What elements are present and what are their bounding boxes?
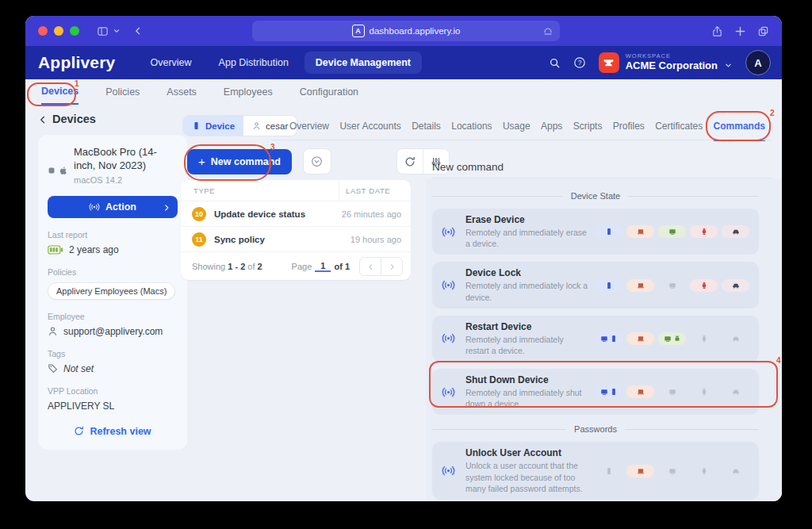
segment-user-label: cesar [266, 121, 288, 131]
minimize-window-button[interactable] [54, 26, 63, 36]
car-icon [732, 228, 740, 236]
employee-label: Employee [48, 312, 178, 321]
showing-range: 1 - 2 [228, 262, 245, 271]
workspace-logo-icon [599, 52, 619, 73]
platform-laptop-badge [626, 332, 654, 345]
platform-car-badge [722, 225, 749, 238]
chevron-down-icon [724, 59, 733, 67]
subnav-item-employees[interactable]: Employees [224, 80, 273, 104]
phone-icon [610, 388, 618, 396]
tab-scripts[interactable]: Scripts [573, 114, 603, 141]
tab-certificates[interactable]: Certificates [655, 114, 703, 141]
segment-device[interactable]: Device [183, 116, 243, 136]
pagination [359, 257, 403, 276]
employee-value[interactable]: support@applivery.com [63, 326, 163, 337]
annotation-number: 1 [75, 79, 79, 88]
tab-overview-icon[interactable] [757, 25, 769, 37]
subnav-item-policies[interactable]: Policies [105, 80, 140, 104]
refresh-view-label: Refresh view [90, 426, 151, 437]
nav-item-app-distribution[interactable]: App Distribution [208, 52, 300, 74]
command-unlock-user-account[interactable]: Unlock User Account Unlock a user accoun… [432, 442, 759, 500]
address-bar[interactable]: A dashboard.applivery.io [252, 21, 560, 41]
command-device-lock[interactable]: Device Lock Remotely and immediately loc… [432, 262, 759, 308]
tags-label: Tags [48, 349, 178, 358]
user-avatar[interactable]: A [745, 50, 771, 75]
refresh-table-button[interactable] [397, 149, 423, 174]
applivery-logo[interactable]: Applivery [38, 53, 116, 72]
tags-value: Not set [63, 363, 94, 374]
site-favicon: A [352, 25, 365, 37]
command-count-badge: 10 [192, 207, 206, 221]
watch-icon [700, 335, 708, 343]
policy-pill[interactable]: Applivery Employees (Macs) [48, 282, 175, 300]
next-page-button[interactable] [381, 258, 402, 275]
platform-badges [595, 385, 749, 398]
tab-overview[interactable]: Overview [289, 114, 329, 141]
back-to-devices[interactable]: Devices [38, 113, 96, 125]
subnav-item-assets[interactable]: Assets [167, 80, 197, 104]
tab-profiles[interactable]: Profiles [613, 114, 645, 141]
platform-badges [595, 332, 749, 345]
command-restart-device[interactable]: Restart Device Remotely and immediately … [432, 316, 759, 362]
table-row[interactable]: 11 Sync policy 19 hours ago [181, 227, 411, 252]
new-tab-icon[interactable] [734, 25, 746, 37]
laptop-icon [637, 335, 645, 343]
person-icon [48, 326, 58, 336]
tab-commands[interactable]: Commands [714, 114, 765, 141]
tv-icon [668, 467, 676, 475]
page-input[interactable]: 1 [315, 261, 331, 272]
car-icon [732, 335, 740, 343]
workspace-switcher[interactable]: WORKSPACE ACME Corporation [599, 52, 733, 73]
broadcast-icon [442, 278, 455, 292]
tab-apps[interactable]: Apps [541, 114, 562, 141]
reader-mode-icon[interactable] [542, 25, 553, 36]
platform-watch-badge [690, 385, 718, 398]
platform-tv-android-badge [658, 332, 686, 345]
new-command-button[interactable]: + New command [187, 149, 292, 174]
watch-icon [700, 388, 708, 396]
tab-usage[interactable]: Usage [503, 114, 530, 141]
tab-details[interactable]: Details [412, 114, 441, 141]
page-label: Page [292, 262, 312, 271]
laptop-icon [637, 282, 645, 289]
prev-page-button[interactable] [360, 258, 381, 275]
command-description: Remotely and immediately shut down a dev… [465, 387, 588, 409]
help-icon[interactable]: ? [573, 56, 586, 69]
command-erase-device[interactable]: Erase Device Remotely and immediately er… [432, 209, 759, 255]
table-row[interactable]: 10 Update device status 26 minutes ago [181, 201, 411, 227]
platform-phone-badge [595, 279, 622, 292]
back-icon[interactable] [133, 26, 143, 36]
tag-icon [48, 363, 58, 374]
tv-icon [668, 388, 676, 396]
zoom-window-button[interactable] [70, 26, 79, 36]
command-description: Unlock a user account that the system lo… [465, 460, 588, 494]
group-label: Device State [571, 191, 620, 201]
commands-toolbar: + New command [187, 148, 450, 174]
broadcast-icon [89, 201, 100, 213]
platform-phone-badge [595, 465, 622, 477]
nav-item-overview[interactable]: Overview [140, 52, 203, 74]
new-command-label: New command [211, 156, 281, 167]
new-command-panel-title: New command [432, 161, 504, 173]
platform-tv-badge [658, 465, 686, 477]
chevron-down-icon[interactable] [113, 27, 121, 35]
tab-user-accounts[interactable]: User Accounts [339, 114, 400, 141]
tab-locations[interactable]: Locations [451, 114, 492, 141]
sidebar-icon[interactable] [97, 25, 109, 37]
search-icon[interactable] [549, 57, 561, 69]
command-shut-down-device[interactable]: Shut Down Device Remotely and immediatel… [432, 369, 759, 415]
platform-laptop-badge [626, 385, 654, 398]
action-button[interactable]: Action [48, 196, 178, 218]
subnav-item-configuration[interactable]: Configuration [300, 80, 358, 104]
refresh-view-button[interactable]: Refresh view [48, 426, 178, 437]
share-icon[interactable] [711, 25, 723, 37]
nav-item-device-management[interactable]: Device Management [304, 52, 422, 74]
watch-icon [700, 282, 708, 289]
tv-icon [600, 335, 608, 343]
platform-phone-badge [595, 225, 622, 238]
subnav-item-devices[interactable]: Devices [41, 79, 79, 105]
main-nav: Overview App Distribution Device Managem… [140, 52, 423, 74]
platform-laptop-badge [626, 279, 654, 292]
close-window-button[interactable] [38, 26, 48, 36]
expand-commands-button[interactable] [303, 148, 331, 174]
